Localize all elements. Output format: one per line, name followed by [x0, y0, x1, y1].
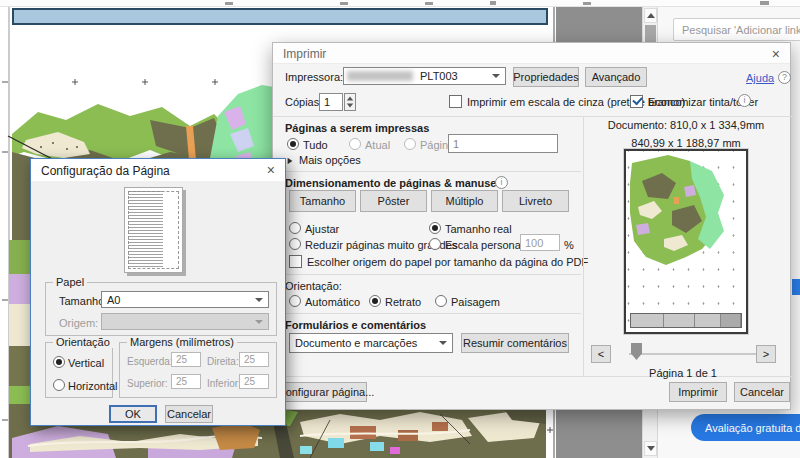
vertical-label: Vertical: [68, 357, 104, 369]
forms-select[interactable]: Documento e marcações: [289, 333, 453, 353]
save-toner-checkbox[interactable]: [630, 95, 643, 108]
pages-heading: Páginas a serem impressas: [285, 122, 429, 134]
paper-size-label: 840,99 x 1 188,97 mm: [591, 137, 781, 149]
page-slider-track[interactable]: [629, 353, 765, 355]
margins-group-title: Margens (milímetros): [127, 336, 237, 348]
shrink-radio[interactable]: [289, 238, 301, 250]
page-setup-title: Configuração da Página: [41, 164, 170, 178]
cancel-button[interactable]: Cancelar: [734, 382, 790, 402]
print-dialog-title: Imprimir: [283, 47, 326, 61]
close-icon[interactable]: ×: [772, 47, 780, 61]
toolbar-icon[interactable]: [225, 2, 233, 5]
chevron-up-icon: [647, 13, 655, 18]
page-info: Página 1 de 1: [603, 367, 763, 379]
previous-page-button[interactable]: <: [591, 345, 611, 363]
paper-size-value: A0: [107, 294, 120, 306]
chevron-down-icon: [439, 341, 447, 345]
pages-all-label: Tudo: [303, 139, 328, 151]
margin-left-input[interactable]: [171, 352, 201, 367]
percent-label: %: [564, 239, 574, 251]
search-input[interactable]: [673, 18, 800, 41]
selected-layout-element[interactable]: [12, 8, 548, 25]
info-icon[interactable]: i: [738, 94, 751, 107]
page-setup-dialog: Configuração da Página × Papel Tamanho: …: [30, 158, 286, 426]
advanced-button[interactable]: Avançado: [585, 67, 647, 87]
toolbar-icon[interactable]: [340, 2, 348, 5]
paper-source-select[interactable]: [101, 313, 269, 330]
auto-orientation-label: Automático: [305, 296, 360, 308]
copies-stepper[interactable]: [344, 93, 356, 111]
copies-label: Cópias:: [285, 96, 322, 108]
margin-bottom-input[interactable]: [239, 374, 269, 389]
summarize-comments-button[interactable]: Resumir comentários: [461, 333, 569, 353]
app-window: Avaliação gratuita de 7 dia Imprimir × I…: [0, 0, 800, 458]
actual-size-radio[interactable]: [429, 222, 441, 234]
chevron-down-icon: [492, 74, 500, 78]
trial-button[interactable]: Avaliação gratuita de 7 dia: [691, 414, 800, 441]
pages-range-radio[interactable]: [404, 138, 416, 150]
custom-scale-input[interactable]: [520, 234, 560, 251]
paper-size-select[interactable]: A0: [101, 291, 269, 308]
ok-button[interactable]: OK: [109, 405, 157, 423]
divider: [583, 116, 584, 376]
portrait-radio[interactable]: [369, 295, 381, 307]
sizing-tab-size[interactable]: Tamanho: [289, 190, 356, 212]
printer-select[interactable]: PLT003: [343, 67, 506, 85]
page-setup-button[interactable]: Configurar página...: [285, 382, 367, 402]
page-setup-titlebar[interactable]: Configuração da Página ×: [31, 159, 285, 181]
toolbar-icon[interactable]: [425, 2, 433, 5]
copies-input[interactable]: [319, 93, 343, 111]
orientation-group-title: Orientação: [53, 336, 113, 348]
help-icon[interactable]: ?: [778, 71, 791, 84]
pages-all-radio[interactable]: [287, 138, 299, 150]
auto-orientation-radio[interactable]: [289, 295, 301, 307]
page-slider-thumb[interactable]: [631, 343, 642, 360]
fit-radio[interactable]: [289, 222, 301, 234]
chevron-down-icon: [647, 446, 655, 451]
sizing-tab-poster[interactable]: Pôster: [360, 190, 427, 212]
preview-title-block: [630, 313, 742, 328]
print-dialog-titlebar[interactable]: Imprimir ×: [273, 43, 790, 64]
toolbar-icon[interactable]: [490, 1, 496, 5]
grayscale-checkbox[interactable]: [449, 95, 462, 108]
margin-top-input[interactable]: [171, 374, 201, 389]
pages-current-label: Atual: [365, 139, 390, 151]
more-options-toggle[interactable]: Mais opções: [299, 154, 361, 166]
toolbar-icon[interactable]: [583, 2, 591, 5]
print-button[interactable]: Imprimir: [669, 382, 727, 402]
scroll-down-button[interactable]: [644, 441, 657, 456]
paper-source-checkbox[interactable]: [289, 255, 302, 268]
divider: [273, 274, 581, 275]
margin-bottom-label: Inferior:: [207, 378, 241, 389]
horizontal-label: Horizontal: [68, 380, 118, 392]
cancel-button[interactable]: Cancelar: [165, 405, 213, 423]
margin-right-input[interactable]: [239, 352, 269, 367]
help-link[interactable]: Ajuda: [746, 72, 774, 84]
divider: [273, 116, 792, 117]
orientation-heading: Orientação:: [285, 280, 342, 292]
paper-source-label: Origem:: [59, 317, 98, 329]
printer-label: Impressora:: [285, 71, 343, 83]
pages-current-radio[interactable]: [349, 138, 361, 150]
close-icon[interactable]: ×: [267, 163, 275, 177]
properties-button[interactable]: Propriedades: [513, 67, 579, 87]
toolbar-icon[interactable]: [760, 1, 769, 5]
custom-scale-radio[interactable]: [429, 238, 441, 250]
paper-source-label: Escolher origem do papel por tamanho da …: [307, 256, 588, 268]
margin-right-label: Direita:: [207, 356, 239, 367]
next-page-button[interactable]: >: [756, 345, 776, 363]
margin-left-label: Esquerda:: [127, 356, 173, 367]
chevron-down-icon: [255, 298, 263, 302]
sizing-tab-booklet[interactable]: Livreto: [502, 190, 569, 212]
print-preview-page: [624, 149, 748, 334]
landscape-radio[interactable]: [435, 295, 447, 307]
page-preview-thumbnail: [124, 187, 183, 273]
pages-range-input[interactable]: [448, 134, 558, 153]
sizing-tab-multiple[interactable]: Múltiplo: [431, 190, 498, 212]
horizontal-radio[interactable]: [53, 379, 65, 391]
scroll-up-button[interactable]: [644, 8, 657, 23]
forms-select-value: Documento e marcações: [295, 337, 417, 349]
info-icon[interactable]: i: [495, 176, 508, 189]
panel-blue-button-sliver[interactable]: [792, 279, 800, 295]
vertical-radio[interactable]: [53, 356, 65, 368]
